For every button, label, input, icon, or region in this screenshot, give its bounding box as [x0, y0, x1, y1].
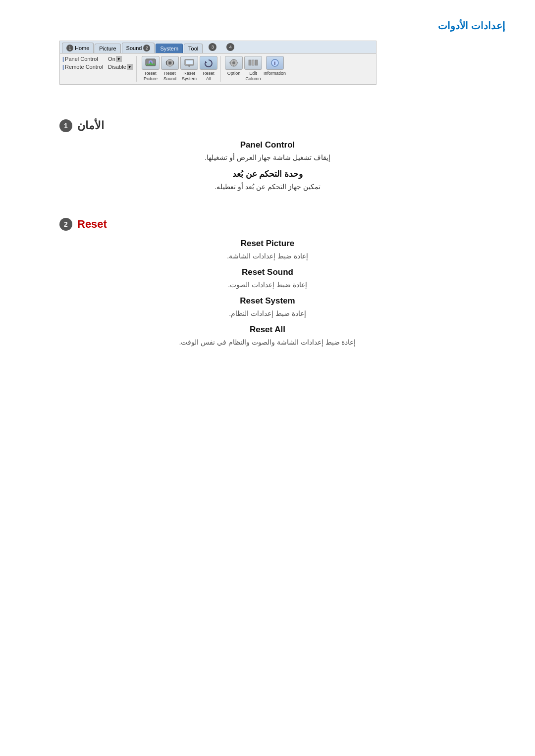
control-panel-row: | Panel Control On ▼ — [62, 56, 133, 62]
reset-sound-desc: إعادة ضبط إعدادات الصوت. — [59, 280, 476, 289]
tab-tool[interactable]: Tool — [184, 44, 203, 53]
reset-buttons-group: ResetPicture ResetSound ResetSystem — [139, 56, 221, 82]
reset-all-subtitle: Reset All — [59, 325, 476, 335]
panel-control-value: On — [108, 56, 115, 62]
badge-2: 2 — [143, 45, 150, 51]
right-buttons-group: Option EditColumn i Information — [223, 56, 288, 82]
toolbar-container: 1 Home Picture Sound 2 System Tool 3 4 — [59, 41, 376, 85]
security-heading: الأمان 1 — [59, 119, 476, 132]
reset-sound-label: ResetSound — [163, 71, 176, 82]
section-security: الأمان 1 Panel Control إيقاف تشغيل شاشة … — [30, 109, 505, 208]
reset-picture-desc: إعادة ضبط إعدادات الشاشة. — [59, 252, 476, 260]
reset-system-label: ResetSystem — [182, 71, 197, 82]
badge-4-tab: 4 — [226, 43, 234, 51]
tab-home[interactable]: 1 Home — [62, 43, 94, 53]
tab-home-label: Home — [75, 45, 89, 51]
tab-tool-label: Tool — [188, 46, 198, 51]
panel-control-dropdown[interactable]: ▼ — [116, 56, 122, 62]
control-remote-row: | Remote Control Disable ▼ — [62, 64, 133, 70]
panel-control-desc: إيقاف تشغيل شاشة جهاز العرض أو تشغيلها. — [59, 153, 476, 162]
reset-all-label: ResetAll — [203, 71, 214, 82]
information-label: Information — [264, 71, 286, 76]
reset-all-btn[interactable]: ResetAll — [200, 56, 217, 82]
svg-point-12 — [232, 61, 235, 64]
svg-text:i: i — [274, 60, 275, 66]
security-title: الأمان — [77, 119, 104, 132]
option-btn[interactable]: Option — [225, 56, 243, 82]
badge-1: 1 — [66, 45, 73, 51]
reset-system-subtitle: Reset System — [59, 296, 476, 306]
page-title: إعدادات الأدوات — [438, 20, 505, 31]
tab-system-label: System — [160, 46, 178, 51]
badge-3-tab: 3 — [209, 43, 216, 51]
toolbar-left-controls: | Panel Control On ▼ | Remote Control Di… — [62, 56, 137, 82]
remote-control-dropdown[interactable]: ▼ — [127, 64, 133, 70]
remote-control-label: Remote Control — [65, 64, 107, 70]
remote-control-subtitle: وحدة التحكم عن بُعد — [59, 169, 476, 179]
svg-rect-15 — [255, 60, 258, 65]
security-badge: 1 — [59, 119, 72, 132]
reset-system-btn[interactable]: ResetSystem — [180, 56, 198, 82]
reset-picture-subtitle: Reset Picture — [59, 239, 476, 249]
remote-control-desc: تمكين جهاز التحكم عن بُعد أو تعطيله. — [59, 182, 476, 191]
information-btn[interactable]: i Information — [264, 56, 286, 82]
svg-rect-13 — [249, 60, 251, 65]
reset-picture-btn[interactable]: ResetPicture — [142, 56, 160, 82]
edit-column-btn[interactable]: EditColumn — [244, 56, 262, 82]
toolbar-tabs: 1 Home Picture Sound 2 System Tool 3 4 — [60, 41, 376, 53]
panel-control-subtitle: Panel Control — [59, 140, 476, 150]
tab-picture-label: Picture — [99, 46, 116, 51]
svg-rect-9 — [188, 65, 191, 65]
edit-column-label: EditColumn — [245, 71, 261, 82]
remote-control-value: Disable — [108, 64, 126, 70]
reset-sound-subtitle: Reset Sound — [59, 267, 476, 277]
reset-badge: 2 — [59, 218, 72, 231]
reset-sound-btn[interactable]: ResetSound — [161, 56, 179, 82]
tab-picture[interactable]: Picture — [95, 44, 120, 53]
reset-all-desc: إعادة ضبط إعدادات الشاشة والصوت والنظام … — [59, 338, 476, 347]
svg-point-5 — [169, 62, 171, 64]
reset-heading: Reset 2 — [59, 218, 476, 231]
section-reset: Reset 2 Reset Picture إعادة ضبط إعدادات … — [30, 208, 505, 363]
svg-rect-14 — [252, 60, 254, 65]
tab-sound-label: Sound — [126, 45, 142, 51]
tab-sound[interactable]: Sound 2 — [122, 43, 155, 53]
reset-title: Reset — [77, 218, 107, 231]
svg-marker-10 — [205, 61, 207, 63]
reset-picture-label: ResetPicture — [144, 71, 158, 82]
reset-system-desc: إعادة ضبط إعدادات النظام. — [59, 309, 476, 318]
option-label: Option — [227, 71, 241, 76]
panel-control-label: Panel Control — [65, 56, 107, 62]
svg-rect-7 — [186, 60, 193, 64]
tab-system[interactable]: System — [156, 44, 183, 53]
